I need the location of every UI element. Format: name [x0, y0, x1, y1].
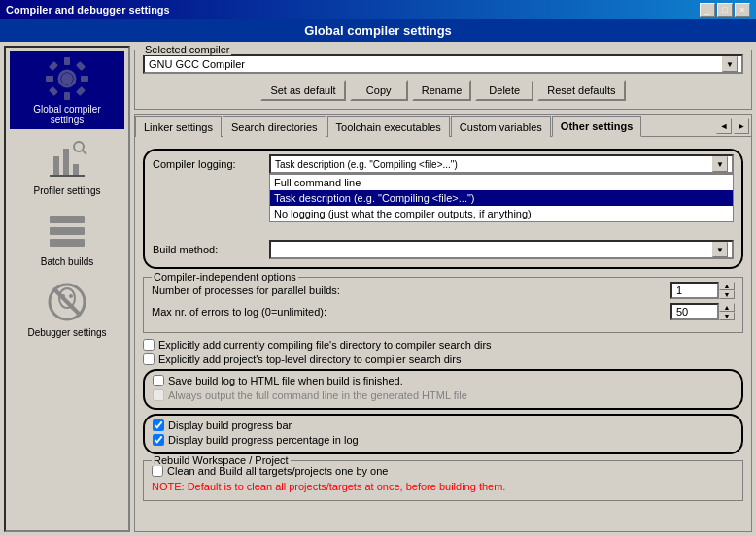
sidebar-label-profiler: Profiler settings	[34, 185, 101, 196]
max-errors-row: Max nr. of errors to log (0=unlimited): …	[152, 303, 735, 320]
tab-next-button[interactable]: ►	[734, 118, 749, 134]
parallel-builds-label: Number of processes for parallel builds:	[152, 285, 670, 296]
rebuild-group-label: Rebuild Workspace / Project	[152, 454, 291, 466]
svg-rect-8	[76, 86, 86, 96]
display-progress-bar-checkbox[interactable]	[153, 419, 164, 431]
max-errors-label: Max nr. of errors to log (0=unlimited):	[152, 306, 670, 318]
tab-custom-vars[interactable]: Custom variables	[451, 116, 551, 137]
sidebar-item-batch[interactable]: Batch builds	[10, 204, 124, 271]
right-panel: Selected compiler GNU GCC Compiler ▼ Set…	[134, 46, 752, 532]
svg-rect-4	[81, 76, 88, 82]
batch-icon	[44, 208, 90, 254]
compiler-dropdown-arrow[interactable]: ▼	[722, 56, 738, 72]
checkbox-row-2: Explicitly add project's top-level direc…	[143, 353, 743, 365]
svg-point-22	[61, 294, 65, 298]
clean-build-checkbox[interactable]	[152, 465, 163, 477]
tab-linker[interactable]: Linker settings	[135, 116, 222, 137]
logging-option-none[interactable]: No logging (just what the compiler outpu…	[270, 206, 733, 221]
rebuild-note: NOTE: Default is to clean all projects/t…	[152, 481, 735, 492]
max-errors-spinners: ▲ ▼	[719, 303, 735, 320]
tab-search-dirs[interactable]: Search directories	[223, 116, 326, 137]
window-body: Global compiler settings	[0, 19, 756, 536]
svg-rect-3	[46, 76, 53, 82]
compiler-independent-label: Compiler-independent options	[152, 271, 298, 283]
compiler-select-row: GNU GCC Compiler ▼	[143, 54, 743, 74]
svg-line-15	[83, 151, 86, 154]
tabs-container: Linker settings Search directories Toolc…	[134, 114, 752, 532]
max-errors-up[interactable]: ▲	[719, 303, 735, 312]
close-button[interactable]: ×	[735, 3, 750, 17]
compiler-independent-group: Compiler-independent options Number of p…	[143, 277, 743, 333]
parallel-builds-input[interactable]: 1	[670, 282, 719, 299]
svg-rect-1	[64, 57, 70, 65]
parallel-builds-down[interactable]: ▼	[719, 290, 735, 299]
set-default-button[interactable]: Set as default	[260, 80, 345, 101]
title-bar: Compiler and debugger settings _ □ ×	[0, 0, 756, 19]
build-method-dropdown[interactable]: ▼	[269, 240, 734, 259]
display-progress-oval: Display build progress bar Display build…	[143, 414, 743, 454]
always-output-label: Always output the full command line in t…	[168, 389, 467, 401]
display-percentage-label: Display build progress percentage in log	[168, 434, 359, 446]
compiler-logging-oval: Compiler logging: Task description (e.g.…	[143, 149, 743, 269]
display-percentage-checkbox[interactable]	[153, 434, 164, 446]
selected-compiler-label: Selected compiler	[143, 44, 231, 55]
tab-other-settings[interactable]: Other settings	[552, 116, 642, 137]
always-output-checkbox[interactable]	[153, 389, 164, 401]
window-title: Global compiler settings	[0, 19, 756, 42]
parallel-builds-row: Number of processes for parallel builds:…	[152, 282, 735, 299]
svg-rect-17	[50, 227, 85, 235]
always-output-row: Always output the full command line in t…	[153, 389, 734, 401]
tab-prev-button[interactable]: ◄	[716, 118, 732, 134]
svg-point-23	[69, 294, 73, 298]
checkbox-label-2: Explicitly add project's top-level direc…	[158, 353, 461, 365]
display-percentage-row: Display build progress percentage in log	[153, 434, 734, 446]
sidebar: Global compilersettings Profiler setting…	[4, 46, 130, 532]
checkbox-current-file[interactable]	[143, 339, 155, 351]
minimize-button[interactable]: _	[700, 3, 715, 17]
max-errors-input[interactable]: 50	[670, 303, 719, 320]
delete-button[interactable]: Delete	[475, 80, 533, 101]
svg-rect-2	[64, 92, 70, 100]
rename-button[interactable]: Rename	[412, 80, 472, 101]
sidebar-label-debugger: Debugger settings	[27, 327, 106, 338]
clean-build-label: Clean and Build all targets/projects one…	[167, 465, 388, 477]
svg-rect-12	[73, 164, 79, 176]
sidebar-item-global-compiler[interactable]: Global compilersettings	[10, 51, 124, 129]
tab-toolchain[interactable]: Toolchain executables	[327, 116, 450, 137]
compiler-dropdown[interactable]: GNU GCC Compiler ▼	[143, 54, 743, 74]
selected-compiler-group: Selected compiler GNU GCC Compiler ▼ Set…	[134, 50, 752, 110]
maximize-button[interactable]: □	[717, 3, 733, 17]
logging-option-full[interactable]: Full command line	[270, 175, 733, 190]
compiler-logging-arrow[interactable]: ▼	[712, 156, 728, 172]
debugger-icon	[44, 279, 90, 325]
display-progress-bar-row: Display build progress bar	[153, 419, 734, 431]
title-bar-text: Compiler and debugger settings	[6, 4, 170, 16]
copy-button[interactable]: Copy	[350, 80, 408, 101]
rebuild-group: Rebuild Workspace / Project Clean and Bu…	[143, 460, 743, 501]
main-content: Global compilersettings Profiler setting…	[0, 42, 756, 536]
sidebar-item-profiler[interactable]: Profiler settings	[10, 133, 124, 200]
reset-defaults-button[interactable]: Reset defaults	[537, 80, 625, 101]
svg-rect-7	[49, 86, 58, 96]
svg-rect-18	[50, 239, 85, 247]
logging-option-task[interactable]: Task description (e.g. "Compiling <file>…	[270, 190, 733, 206]
build-method-arrow[interactable]: ▼	[712, 242, 728, 257]
gear-icon	[44, 55, 90, 102]
tab-row: Linker settings Search directories Toolc…	[135, 115, 751, 137]
compiler-btn-row: Set as default Copy Rename Delete Reset …	[143, 80, 743, 101]
svg-rect-10	[53, 156, 59, 176]
tab-content-other-settings: Compiler logging: Task description (e.g.…	[135, 137, 751, 531]
compiler-logging-value: Task description (e.g. "Compiling <file>…	[275, 159, 458, 170]
sidebar-item-debugger[interactable]: Debugger settings	[10, 275, 124, 342]
svg-rect-5	[49, 61, 58, 71]
checkbox-label-1: Explicitly add currently compiling file'…	[158, 339, 492, 351]
parallel-builds-up[interactable]: ▲	[719, 282, 735, 290]
build-method-label: Build method:	[153, 244, 269, 255]
parallel-builds-spinners: ▲ ▼	[719, 282, 735, 299]
checkbox-toplevel-dir[interactable]	[143, 353, 155, 365]
max-errors-down[interactable]: ▼	[719, 312, 735, 320]
svg-rect-16	[50, 216, 85, 223]
save-build-log-checkbox[interactable]	[153, 375, 164, 386]
save-build-log-row: Save build log to HTML file when build i…	[153, 375, 734, 386]
compiler-logging-dropdown[interactable]: Task description (e.g. "Compiling <file>…	[269, 154, 734, 174]
